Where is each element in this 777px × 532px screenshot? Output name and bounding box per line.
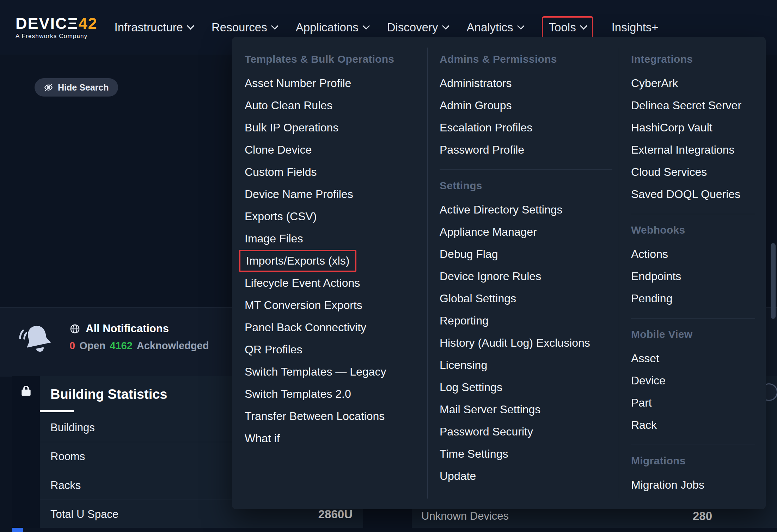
menu-item-password-profile[interactable]: Password Profile [440, 139, 612, 161]
menu-item-hashicorp-vault[interactable]: HashiCorp Vault [631, 117, 755, 139]
device42-logo[interactable]: DEVICΞ42 A Freshworks Company [16, 16, 98, 39]
chevron-down-icon [187, 22, 194, 30]
menu-item-administrators[interactable]: Administrators [440, 72, 612, 94]
menu-item-escalation-profiles[interactable]: Escalation Profiles [440, 117, 612, 139]
notifications-title: All Notifications [86, 322, 169, 335]
row-label: Buildings [50, 421, 95, 434]
menu-item-asset[interactable]: Asset [631, 347, 755, 370]
nav-item-resources[interactable]: Resources [212, 21, 277, 34]
menu-column-1: Templates & Bulk OperationsAsset Number … [245, 37, 421, 450]
acknowledged-label: Acknowledged [137, 340, 209, 352]
logo-42: 42 [79, 14, 98, 32]
menu-item-image-files[interactable]: Image Files [245, 228, 421, 250]
menu-item-exports-csv[interactable]: Exports (CSV) [245, 205, 421, 228]
bell-icon [18, 321, 56, 359]
menu-section-title-admins-permissions: Admins & Permissions [440, 50, 612, 68]
menu-item-history-audit-log-exclusions[interactable]: History (Audit Log) Exclusions [440, 332, 612, 354]
menu-item-external-integrations[interactable]: External Integrations [631, 139, 755, 161]
section-divider [631, 214, 755, 214]
menu-item-qr-profiles[interactable]: QR Profiles [245, 339, 421, 361]
menu-item-pending[interactable]: Pending [631, 287, 755, 310]
logo-subtitle: A Freshworks Company [16, 33, 98, 39]
menu-item-log-settings[interactable]: Log Settings [440, 376, 612, 398]
notifications-summary: All Notifications 0 Open 4162 Acknowledg… [69, 322, 209, 352]
acknowledged-count: 4162 [110, 340, 133, 352]
menu-item-saved-doql-queries[interactable]: Saved DOQL Queries [631, 183, 755, 205]
menu-item-device[interactable]: Device [631, 370, 755, 392]
menu-item-transfer-between-locations[interactable]: Transfer Between Locations [245, 405, 421, 427]
menu-item-cyberark[interactable]: CyberArk [631, 72, 755, 94]
menu-item-what-if[interactable]: What if [245, 427, 421, 450]
menu-item-reporting[interactable]: Reporting [440, 310, 612, 332]
section-divider [631, 318, 755, 318]
menu-item-auto-clean-rules[interactable]: Auto Clean Rules [245, 94, 421, 117]
tools-dropdown-menu: Templates & Bulk OperationsAsset Number … [232, 37, 766, 509]
menu-item-device-ignore-rules[interactable]: Device Ignore Rules [440, 265, 612, 287]
menu-item-licensing[interactable]: Licensing [440, 354, 612, 376]
chevron-down-icon [271, 22, 279, 30]
menu-item-mt-conversion-exports[interactable]: MT Conversion Exports [245, 294, 421, 316]
menu-item-imports-exports-xls[interactable]: Imports/Exports (xls) [239, 250, 356, 272]
menu-item-password-security[interactable]: Password Security [440, 421, 612, 443]
active-tab-indicator [40, 410, 74, 412]
menu-item-cloud-services[interactable]: Cloud Services [631, 161, 755, 183]
menu-item-lifecycle-event-actions[interactable]: Lifecycle Event Actions [245, 272, 421, 294]
scrollbar-thumb[interactable] [771, 243, 776, 319]
menu-item-time-settings[interactable]: Time Settings [440, 443, 612, 465]
nav-item-analytics[interactable]: Analytics [467, 21, 524, 34]
menu-item-mail-server-settings[interactable]: Mail Server Settings [440, 398, 612, 421]
row-value: 2860U [318, 508, 353, 521]
nav-item-tools[interactable]: Tools [542, 16, 593, 39]
nav-item-label: Discovery [387, 21, 438, 34]
chevron-down-icon [362, 22, 370, 30]
menu-item-actions[interactable]: Actions [631, 243, 755, 265]
menu-item-migration-jobs[interactable]: Migration Jobs [631, 474, 755, 496]
nav-item-infrastructure[interactable]: Infrastructure [115, 21, 193, 34]
nav-item-label: Resources [212, 21, 267, 34]
menu-item-global-settings[interactable]: Global Settings [440, 287, 612, 310]
row-value: 280 [693, 509, 712, 523]
menu-item-switch-templates-2-0[interactable]: Switch Templates 2.0 [245, 383, 421, 405]
menu-item-appliance-manager[interactable]: Appliance Manager [440, 221, 612, 243]
nav-item-applications[interactable]: Applications [296, 21, 369, 34]
nav-item-insights[interactable]: Insights+ [612, 21, 659, 34]
nav-item-label: Analytics [467, 21, 513, 34]
menu-item-update[interactable]: Update [440, 465, 612, 487]
nav-item-label: Insights+ [612, 21, 659, 34]
menu-item-bulk-ip-operations[interactable]: Bulk IP Operations [245, 117, 421, 139]
menu-item-active-directory-settings[interactable]: Active Directory Settings [440, 199, 612, 221]
menu-item-admin-groups[interactable]: Admin Groups [440, 94, 612, 117]
hide-search-button[interactable]: Hide Search [35, 78, 118, 97]
column-divider [619, 48, 619, 499]
logo-wordmark: DEVICΞ42 [16, 16, 98, 31]
next-card-accent [12, 528, 23, 532]
chevron-down-icon [442, 22, 449, 30]
menu-item-endpoints[interactable]: Endpoints [631, 265, 755, 287]
nav-item-label: Applications [296, 21, 359, 34]
menu-item-custom-fields[interactable]: Custom Fields [245, 161, 421, 183]
column-divider [427, 48, 428, 499]
nav-item-label: Tools [549, 21, 576, 34]
nav-item-discovery[interactable]: Discovery [387, 21, 448, 34]
globe-icon [69, 323, 80, 334]
menu-item-switch-templates-legacy[interactable]: Switch Templates — Legacy [245, 361, 421, 383]
menu-column-3: IntegrationsCyberArkDelinea Secret Serve… [631, 37, 755, 496]
section-divider [440, 169, 612, 170]
hide-search-label: Hide Search [58, 82, 109, 93]
menu-item-delinea-secret-server[interactable]: Delinea Secret Server [631, 94, 755, 117]
menu-item-debug-flag[interactable]: Debug Flag [440, 243, 612, 265]
section-divider [631, 445, 755, 445]
menu-section-title-webhooks: Webhooks [631, 221, 755, 239]
page-title: Building Statistics [50, 387, 167, 402]
menu-item-device-name-profiles[interactable]: Device Name Profiles [245, 183, 421, 205]
menu-item-part[interactable]: Part [631, 392, 755, 414]
open-count: 0 [69, 340, 75, 352]
menu-item-rack[interactable]: Rack [631, 414, 755, 436]
menu-section-title-migrations: Migrations [631, 452, 755, 470]
menu-section-title-integrations: Integrations [631, 50, 755, 68]
open-label: Open [79, 340, 105, 352]
nav-items: InfrastructureResourcesApplicationsDisco… [115, 16, 659, 39]
menu-item-panel-back-connectivity[interactable]: Panel Back Connectivity [245, 316, 421, 339]
menu-item-asset-number-profile[interactable]: Asset Number Profile [245, 72, 421, 94]
menu-item-clone-device[interactable]: Clone Device [245, 139, 421, 161]
